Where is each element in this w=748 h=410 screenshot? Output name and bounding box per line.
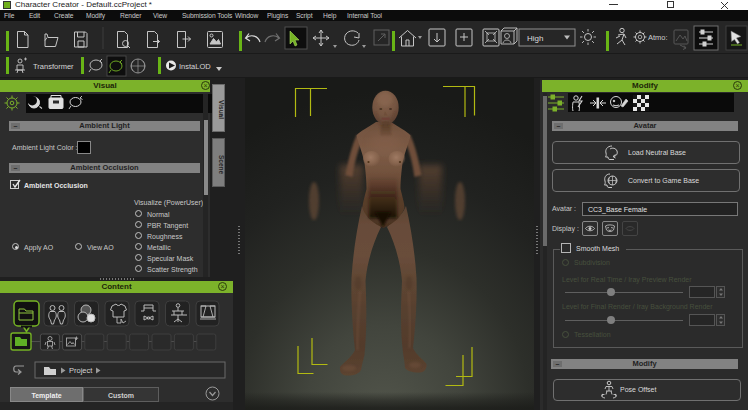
svg-text:InstaLOD: InstaLOD: [179, 62, 211, 71]
svg-text:Atmo:: Atmo:: [648, 33, 668, 42]
svg-text:Project: Project: [69, 366, 93, 375]
svg-text:High: High: [527, 34, 543, 43]
svg-text:Transformer: Transformer: [33, 62, 74, 71]
